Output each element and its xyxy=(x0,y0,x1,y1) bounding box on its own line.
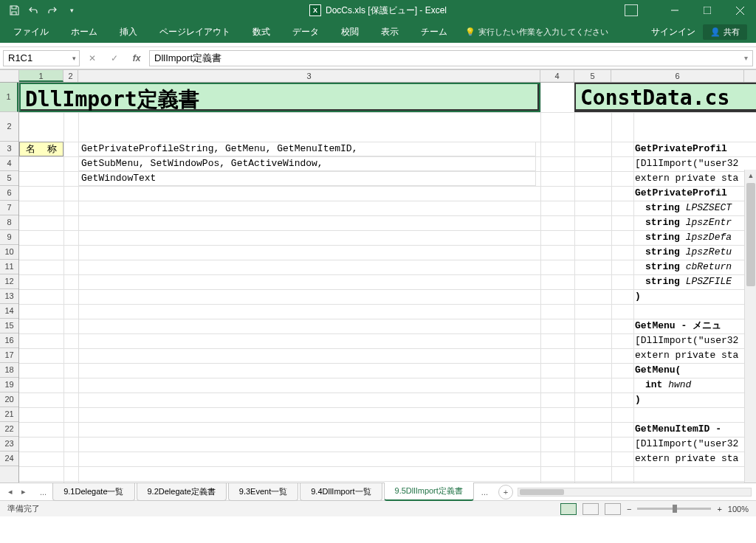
code-r22[interactable]: GetMenuItemID - xyxy=(635,422,721,437)
row-header-20[interactable]: 20 xyxy=(0,392,18,407)
minimize-button[interactable] xyxy=(659,0,691,21)
zoom-level[interactable]: 100% xyxy=(728,505,749,513)
cell-r4c3[interactable]: GetSubMenu, SetWindowPos, GetActiveWindo… xyxy=(78,156,536,171)
code-r4[interactable]: [DllImport("user32 xyxy=(635,156,738,171)
cell-grid[interactable]: DllImport定義書 ConstData.cs 名 称 GetPrivate… xyxy=(19,83,756,483)
cell-label-name[interactable]: 名 称 xyxy=(19,142,63,156)
code-r11[interactable]: string cbReturn xyxy=(645,260,732,274)
tab-insert[interactable]: 挿入 xyxy=(115,21,142,43)
col-header-6[interactable]: 6 xyxy=(611,70,744,82)
zoom-in-button[interactable]: + xyxy=(717,505,721,513)
save-icon[interactable] xyxy=(6,2,22,18)
tab-file[interactable]: ファイル xyxy=(9,21,53,43)
fx-icon[interactable]: fx xyxy=(127,50,146,66)
code-r5[interactable]: extern private sta xyxy=(635,171,738,186)
view-pagebreak-button[interactable] xyxy=(605,503,621,515)
code-r16[interactable]: [DllImport("user32 xyxy=(635,333,738,348)
row-header-4[interactable]: 4 xyxy=(0,156,18,171)
code-r19[interactable]: int hwnd xyxy=(645,378,691,392)
row-header-1[interactable]: 1 xyxy=(0,83,18,112)
code-r18[interactable]: GetMenu( xyxy=(635,363,681,378)
row-header-17[interactable]: 17 xyxy=(0,348,18,363)
scroll-up-icon[interactable]: ▲ xyxy=(745,170,756,181)
ribbon-display-icon[interactable] xyxy=(625,4,638,16)
col-header-3[interactable]: 3 xyxy=(78,70,540,82)
row-header-5[interactable]: 5 xyxy=(0,171,18,186)
col-header-5[interactable]: 5 xyxy=(574,70,611,82)
row-header-22[interactable]: 22 xyxy=(0,422,18,437)
tab-more-left[interactable]: ... xyxy=(34,488,52,497)
cell-r5c3[interactable]: GetWindowText xyxy=(78,171,536,186)
row-header-15[interactable]: 15 xyxy=(0,319,18,333)
tab-next-icon[interactable]: ▸ xyxy=(18,485,30,499)
zoom-out-button[interactable]: − xyxy=(627,505,631,513)
close-button[interactable] xyxy=(724,0,756,21)
qat-dropdown-icon[interactable]: ▾ xyxy=(63,2,80,18)
row-header-2[interactable]: 2 xyxy=(0,112,18,142)
row-header-24[interactable]: 24 xyxy=(0,452,18,466)
code-r6[interactable]: GetPrivateProfil xyxy=(635,186,727,201)
row-header-10[interactable]: 10 xyxy=(0,245,18,260)
tab-team[interactable]: チーム xyxy=(416,21,452,43)
tell-me-search[interactable]: 💡 実行したい作業を入力してください xyxy=(465,27,608,38)
vertical-scrollbar[interactable]: ▲ ▼ xyxy=(744,170,756,483)
row-header-23[interactable]: 23 xyxy=(0,437,18,452)
tab-view[interactable]: 表示 xyxy=(377,21,403,43)
code-r23[interactable]: [DllImport("user32 xyxy=(635,437,738,452)
tab-review[interactable]: 校閲 xyxy=(337,21,363,43)
row-header-6[interactable]: 6 xyxy=(0,186,18,201)
row-header-9[interactable]: 9 xyxy=(0,230,18,245)
formula-input[interactable]: DllImport定義書 xyxy=(149,50,753,66)
name-box[interactable]: R1C1 xyxy=(3,50,80,66)
row-header-8[interactable]: 8 xyxy=(0,215,18,230)
tab-first-icon[interactable]: ◂ xyxy=(4,485,16,499)
scroll-thumb[interactable] xyxy=(746,183,755,286)
row-header-13[interactable]: 13 xyxy=(0,289,18,304)
sheet-tab-event-list[interactable]: 9.3Event一覧 xyxy=(228,483,298,501)
code-r13[interactable]: ) xyxy=(635,289,641,304)
undo-icon[interactable] xyxy=(25,2,41,18)
h-scroll-thumb[interactable] xyxy=(520,489,564,495)
col-header-2[interactable]: 2 xyxy=(63,70,78,82)
code-r12[interactable]: string LPSZFILE xyxy=(645,274,732,289)
row-header-7[interactable]: 7 xyxy=(0,201,18,215)
cell-title-constdata[interactable]: ConstData.cs xyxy=(574,83,756,112)
code-r9[interactable]: string lpszDefa xyxy=(645,230,732,245)
row-header-11[interactable]: 11 xyxy=(0,260,18,274)
code-r8[interactable]: string lpszEntr xyxy=(645,215,732,230)
zoom-slider[interactable] xyxy=(637,508,711,510)
tab-pagelayout[interactable]: ページレイアウト xyxy=(155,21,235,43)
col-header-4[interactable]: 4 xyxy=(540,70,574,82)
col-header-1[interactable]: 1 xyxy=(19,70,63,82)
tab-formulas[interactable]: 数式 xyxy=(248,21,275,43)
select-all-corner[interactable] xyxy=(0,70,19,82)
signin-link[interactable]: サインイン xyxy=(651,26,695,38)
redo-icon[interactable] xyxy=(44,2,61,18)
cancel-icon[interactable]: ✕ xyxy=(83,50,102,66)
sheet-tab-dllimport-def[interactable]: 9.5DllImport定義書 xyxy=(384,483,474,501)
tab-home[interactable]: ホーム xyxy=(66,21,102,43)
code-r10[interactable]: string lpszRetu xyxy=(645,245,732,260)
code-r20[interactable]: ) xyxy=(635,392,641,407)
zoom-thumb[interactable] xyxy=(673,505,677,513)
maximize-button[interactable] xyxy=(691,0,724,21)
tab-data[interactable]: データ xyxy=(288,21,323,43)
cell-r3c3[interactable]: GetPrivateProfileString, GetMenu, GetMen… xyxy=(78,142,536,156)
code-r15[interactable]: GetMenu - メニュ xyxy=(635,319,721,333)
sheet-tab-delegate-list[interactable]: 9.1Delegate一覧 xyxy=(52,483,134,501)
sheet-tab-delegate-def[interactable]: 9.2Delegate定義書 xyxy=(137,483,227,501)
add-sheet-button[interactable]: + xyxy=(498,485,513,499)
code-r3[interactable]: GetPrivateProfil xyxy=(635,142,727,156)
view-pagelayout-button[interactable] xyxy=(583,503,599,515)
view-normal-button[interactable] xyxy=(560,503,577,515)
row-header-18[interactable]: 18 xyxy=(0,363,18,378)
row-header-12[interactable]: 12 xyxy=(0,274,18,289)
enter-icon[interactable]: ✓ xyxy=(105,50,124,66)
row-header-14[interactable]: 14 xyxy=(0,304,18,319)
sheet-tab-dllimport-list[interactable]: 9.4DllImport一覧 xyxy=(300,483,382,501)
code-r24[interactable]: extern private sta xyxy=(635,452,738,466)
code-r7[interactable]: string LPSZSECT xyxy=(645,201,732,215)
horizontal-scrollbar[interactable] xyxy=(518,488,752,497)
row-header-19[interactable]: 19 xyxy=(0,378,18,392)
share-button[interactable]: 👤 共有 xyxy=(703,24,747,40)
